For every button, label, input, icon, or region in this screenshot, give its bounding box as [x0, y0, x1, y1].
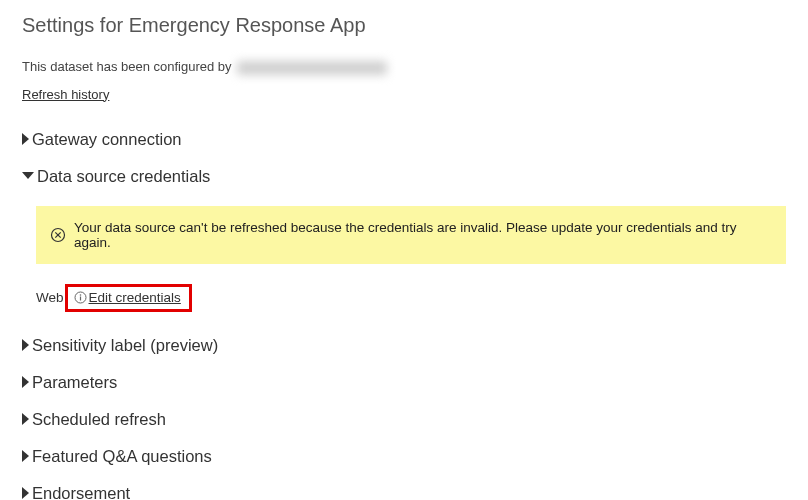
- section-header-parameters[interactable]: Parameters: [22, 365, 786, 402]
- section-label: Gateway connection: [32, 130, 182, 149]
- data-source-label: Web: [36, 290, 64, 305]
- section-header-scheduled[interactable]: Scheduled refresh: [22, 402, 786, 439]
- chevron-right-icon: [22, 339, 29, 351]
- section-featured-qa: Featured Q&A questions: [22, 439, 786, 476]
- chevron-right-icon: [22, 413, 29, 425]
- configured-by-text: This dataset has been configured by: [22, 59, 786, 75]
- section-header-featured-qa[interactable]: Featured Q&A questions: [22, 439, 786, 476]
- section-body-credentials: Your data source can't be refreshed beca…: [22, 196, 786, 328]
- section-label: Endorsement: [32, 484, 130, 500]
- section-scheduled: Scheduled refresh: [22, 402, 786, 439]
- edit-credentials-link[interactable]: Edit credentials: [89, 290, 181, 305]
- section-header-endorsement[interactable]: Endorsement: [22, 476, 786, 500]
- refresh-history-link[interactable]: Refresh history: [22, 87, 109, 102]
- page-title: Settings for Emergency Response App: [22, 14, 786, 37]
- chevron-right-icon: [22, 133, 29, 145]
- error-icon: [50, 227, 66, 243]
- chevron-right-icon: [22, 376, 29, 388]
- info-icon: [74, 291, 87, 304]
- section-credentials: Data source credentials Your data source…: [22, 159, 786, 328]
- section-label: Featured Q&A questions: [32, 447, 212, 466]
- configured-by-redacted: [237, 61, 387, 75]
- alert-text: Your data source can't be refreshed beca…: [74, 220, 772, 250]
- data-source-row: Web Edit credentials: [36, 278, 786, 322]
- edit-credentials-highlight: Edit credentials: [65, 284, 192, 312]
- section-header-sensitivity[interactable]: Sensitivity label (preview): [22, 328, 786, 365]
- section-label: Parameters: [32, 373, 117, 392]
- section-endorsement: Endorsement: [22, 476, 786, 500]
- section-label: Scheduled refresh: [32, 410, 166, 429]
- section-sensitivity: Sensitivity label (preview): [22, 328, 786, 365]
- chevron-right-icon: [22, 487, 29, 499]
- svg-rect-5: [79, 296, 80, 300]
- credentials-alert: Your data source can't be refreshed beca…: [36, 206, 786, 264]
- section-label: Sensitivity label (preview): [32, 336, 218, 355]
- section-label: Data source credentials: [37, 167, 210, 186]
- section-header-credentials[interactable]: Data source credentials: [22, 159, 786, 196]
- section-header-gateway[interactable]: Gateway connection: [22, 122, 786, 159]
- chevron-right-icon: [22, 450, 29, 462]
- svg-point-4: [79, 294, 81, 296]
- section-gateway: Gateway connection: [22, 122, 786, 159]
- chevron-down-icon: [22, 172, 34, 179]
- configured-by-prefix: This dataset has been configured by: [22, 59, 232, 74]
- section-parameters: Parameters: [22, 365, 786, 402]
